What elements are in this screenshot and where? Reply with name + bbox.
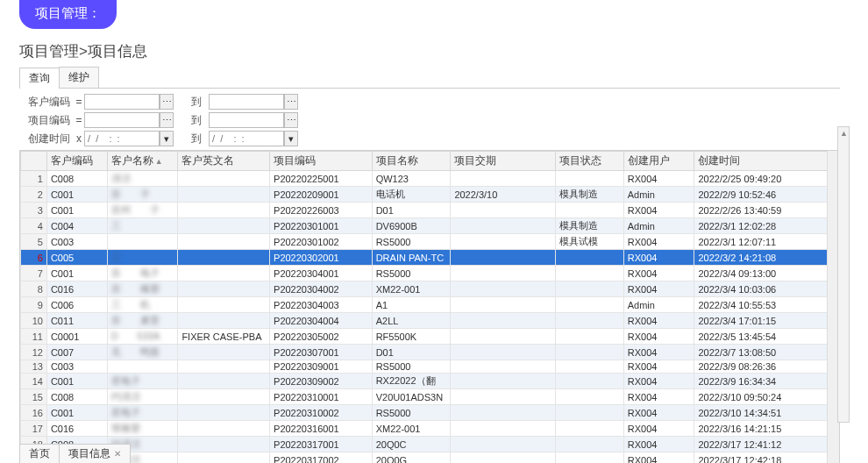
- bottom-tab-0[interactable]: 首页: [19, 444, 60, 463]
- table-row[interactable]: 12C007无 鸭股P20220307001D01RX0042022/3/7 1…: [21, 345, 839, 360]
- cell-n: 7: [21, 266, 47, 281]
- cell-pcode: P20220304003: [270, 297, 373, 313]
- tab-0[interactable]: 查询: [19, 68, 60, 89]
- cell-pcode: P20220301002: [270, 234, 373, 250]
- table-row[interactable]: 10C011苏 麦普P20220304004A2LLRX0042022/3/4 …: [21, 313, 839, 329]
- table-row[interactable]: 15C008约清洁P20220310001V20U01ADS3NRX004202…: [21, 389, 839, 405]
- bottom-tab-1[interactable]: 项目信息✕: [59, 444, 131, 463]
- data-grid: 客户编码客户名称▲客户英文名项目编码项目名称项目交期项目状态创建用户创建时间 1…: [19, 150, 840, 463]
- col-cust[interactable]: 客户编码: [46, 152, 107, 171]
- table-row[interactable]: 2C001苏 子P20220209001电话机2022/3/10模具制造Admi…: [21, 187, 839, 203]
- cell-n: 12: [21, 345, 47, 360]
- cell-cname: 苏州 子: [107, 203, 178, 218]
- cell-status: [555, 281, 623, 297]
- col-status[interactable]: 项目状态: [555, 152, 623, 171]
- date-drop-to[interactable]: ▾: [284, 131, 298, 146]
- cell-user: RX004: [623, 389, 694, 405]
- table-row[interactable]: 3C001苏州 子P20220226003D01RX0042022/2/26 1…: [21, 203, 839, 218]
- cell-ename: [178, 203, 270, 218]
- cell-n: 11: [21, 329, 47, 345]
- lookup-customer-to[interactable]: ⋯: [284, 94, 298, 110]
- cell-status: 模具制造: [555, 187, 623, 203]
- cell-pname: 电话机: [372, 187, 451, 203]
- table-row[interactable]: 7C001苏 电子P20220304001RS5000RX0042022/3/4…: [21, 266, 839, 281]
- col-due[interactable]: 项目交期: [451, 152, 556, 171]
- cell-cust: C007: [46, 345, 107, 360]
- cell-due: [451, 374, 556, 389]
- table-row[interactable]: 1C008清洁P20220225001QW123RX0042022/2/25 0…: [21, 171, 839, 187]
- cell-ctime: 2022/2/9 10:52:46: [694, 187, 839, 203]
- col-user[interactable]: 创建用户: [623, 152, 694, 171]
- col-ename[interactable]: 客户英文名: [178, 152, 270, 171]
- table-row[interactable]: 8C016苏 橡塑P20220304002XM22-001RX0042022/3…: [21, 281, 839, 297]
- cell-status: [555, 374, 623, 389]
- tab-1[interactable]: 维护: [59, 67, 99, 88]
- table-row[interactable]: 9C006三 机P20220304003A1Admin2022/3/4 10:5…: [21, 297, 839, 313]
- date-drop-from[interactable]: ▾: [160, 131, 174, 146]
- cell-cname: D 533A: [107, 329, 178, 345]
- table-row[interactable]: 13C003P20220309001RS5000RX0042022/3/9 08…: [21, 360, 839, 374]
- table-row[interactable]: 6C005三P20220302001DRAIN PAN-TCRX0042022/…: [21, 250, 839, 266]
- cell-pname: V20U01ADS3N: [372, 389, 451, 405]
- table-row[interactable]: 17C016荣橡塑P20220316001XM22-001RX0042022/3…: [21, 421, 839, 437]
- cell-due: [451, 389, 556, 405]
- cell-cname: 苏 麦普: [107, 313, 178, 329]
- col-rownum[interactable]: [21, 152, 47, 171]
- table-row[interactable]: 14C001星电子P20220309002RX22022（翻RX0042022/…: [21, 374, 839, 389]
- cell-due: [451, 234, 556, 250]
- col-ctime[interactable]: 创建时间: [694, 152, 839, 171]
- grid-header-row: 客户编码客户名称▲客户英文名项目编码项目名称项目交期项目状态创建用户创建时间: [21, 152, 839, 171]
- cell-ename: [178, 297, 270, 313]
- cell-status: 模具试模: [555, 234, 623, 250]
- cell-due: [451, 171, 556, 187]
- cell-pname: RS5000: [372, 234, 451, 250]
- cell-pname: 20Q0C: [372, 437, 451, 452]
- col-pname[interactable]: 项目名称: [372, 152, 451, 171]
- cell-pcode: P20220310001: [270, 389, 373, 405]
- cell-ctime: 2022/3/17 12:42:18: [694, 452, 839, 464]
- lookup-project-to[interactable]: ⋯: [284, 112, 298, 128]
- cell-user: RX004: [623, 437, 694, 452]
- lookup-customer-from[interactable]: ⋯: [160, 94, 174, 110]
- cell-ename: FIXER CASE-PBA: [178, 329, 270, 345]
- cell-cust: C005: [46, 250, 107, 266]
- filter-project-from[interactable]: [84, 112, 160, 128]
- table-row[interactable]: 11C0001D 533AFIXER CASE-PBAP20220305002R…: [21, 329, 839, 345]
- cell-ename: [178, 250, 270, 266]
- cell-cust: C006: [46, 297, 107, 313]
- cell-n: 14: [21, 374, 47, 389]
- table-row[interactable]: 18C008约清洁P2022031700120Q0CRX0042022/3/17…: [21, 437, 839, 452]
- filter-customer-to[interactable]: [209, 94, 284, 110]
- filter-created-from[interactable]: [84, 131, 160, 146]
- cell-user: Admin: [623, 187, 694, 203]
- cell-pname: RS5000: [372, 405, 451, 421]
- cell-ctime: 2022/3/5 13:45:54: [694, 329, 839, 345]
- lookup-project-from[interactable]: ⋯: [160, 112, 174, 128]
- cell-cname: 苏 电子: [107, 266, 178, 281]
- cell-due: [451, 345, 556, 360]
- table-row[interactable]: 19C008约清洁P2022031700220Q0GRX0042022/3/17…: [21, 452, 839, 464]
- grouping-panel[interactable]: [837, 126, 850, 423]
- col-pcode[interactable]: 项目编码: [270, 152, 373, 171]
- cell-cname: 三: [107, 250, 178, 266]
- cell-pname: D01: [372, 203, 451, 218]
- cell-pcode: P20220317001: [270, 437, 373, 452]
- cell-due: [451, 281, 556, 297]
- cell-ename: [178, 360, 270, 374]
- cell-ctime: 2022/3/9 16:34:34: [694, 374, 839, 389]
- table-row[interactable]: 5C003P20220301002RS5000模具试模RX0042022/3/1…: [21, 234, 839, 250]
- filter-created-to[interactable]: [209, 131, 284, 146]
- cell-user: RX004: [623, 203, 694, 218]
- col-cname[interactable]: 客户名称▲: [107, 152, 178, 171]
- cell-status: [555, 389, 623, 405]
- cell-due: [451, 360, 556, 374]
- bottom-tab-label: 首页: [29, 446, 50, 461]
- close-icon[interactable]: ✕: [114, 449, 121, 459]
- filter-customer-from[interactable]: [84, 94, 160, 110]
- cell-pname: XM22-001: [372, 281, 451, 297]
- cell-cust: C003: [46, 360, 107, 374]
- cell-status: [555, 437, 623, 452]
- filter-project-to[interactable]: [209, 112, 284, 128]
- table-row[interactable]: 4C004三 P20220301001DV6900B模具制造Admin2022/…: [21, 218, 839, 234]
- table-row[interactable]: 16C001星电子P20220310002RS5000RX0042022/3/1…: [21, 405, 839, 421]
